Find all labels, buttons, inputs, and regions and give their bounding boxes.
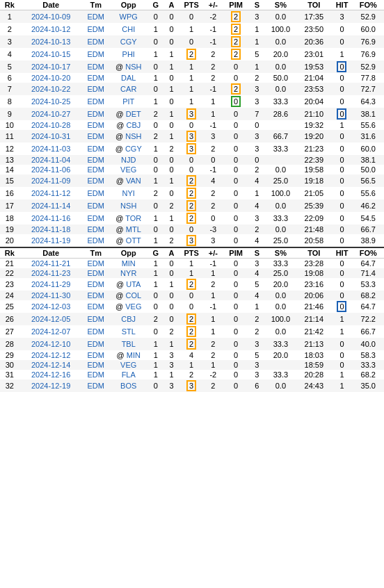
cell-tm[interactable]: EDM [83, 10, 109, 24]
cell-date[interactable]: 2024-11-21 [19, 259, 83, 269]
cell-tm[interactable]: EDM [83, 130, 109, 142]
cell-tm[interactable]: EDM [83, 83, 109, 95]
cell-date[interactable]: 2024-11-19 [19, 234, 83, 247]
cell-opp[interactable]: @ CGY [109, 142, 148, 155]
cell-tm[interactable]: EDM [83, 212, 109, 224]
cell-date[interactable]: 2024-12-05 [19, 313, 83, 325]
cell-opp[interactable]: CGY [109, 35, 148, 48]
cell-date[interactable]: 2024-12-10 [19, 338, 83, 350]
cell-tm[interactable]: EDM [83, 325, 109, 338]
cell-date[interactable]: 2024-11-12 [19, 187, 83, 199]
cell-tm[interactable]: EDM [83, 370, 109, 379]
cell-date[interactable]: 2024-10-13 [19, 35, 83, 48]
cell-opp[interactable]: @ VAN [109, 174, 148, 187]
cell-date[interactable]: 2024-11-23 [19, 268, 83, 278]
cell-date[interactable]: 2024-10-31 [19, 130, 83, 142]
cell-tm[interactable]: EDM [83, 95, 109, 108]
cell-tm[interactable]: EDM [83, 350, 109, 360]
cell-opp[interactable]: FLA [109, 370, 148, 379]
cell-opp[interactable]: @ DET [109, 108, 148, 120]
cell-opp[interactable]: @ OTT [109, 234, 148, 247]
cell-opp[interactable]: @ NSH [109, 130, 148, 142]
cell-opp[interactable]: @ TOR [109, 212, 148, 224]
cell-tm[interactable]: EDM [83, 165, 109, 174]
cell-date[interactable]: 2024-12-07 [19, 325, 83, 338]
cell-date[interactable]: 2024-12-12 [19, 350, 83, 360]
cell-tm[interactable]: EDM [83, 300, 109, 313]
cell-opp[interactable]: @ MIN [109, 350, 148, 360]
cell-date[interactable]: 2024-10-12 [19, 23, 83, 35]
cell-tm[interactable]: EDM [83, 73, 109, 83]
cell-date[interactable]: 2024-11-16 [19, 212, 83, 224]
cell-tm[interactable]: EDM [83, 224, 109, 234]
cell-opp[interactable]: TBL [109, 338, 148, 350]
cell-opp[interactable]: BOS [109, 379, 148, 392]
cell-date[interactable]: 2024-12-19 [19, 379, 83, 392]
cell-opp[interactable]: WPG [109, 10, 148, 24]
cell-opp[interactable]: NYR [109, 268, 148, 278]
cell-date[interactable]: 2024-10-22 [19, 83, 83, 95]
cell-date[interactable]: 2024-10-27 [19, 108, 83, 120]
cell-date[interactable]: 2024-10-17 [19, 60, 83, 73]
cell-date[interactable]: 2024-11-06 [19, 165, 83, 174]
cell-toi: 21:42 [296, 325, 331, 338]
cell-opp[interactable]: CAR [109, 83, 148, 95]
cell-opp[interactable]: NJD [109, 155, 148, 165]
cell-opp[interactable]: VEG [109, 165, 148, 174]
cell-opp[interactable]: CBJ [109, 313, 148, 325]
cell-date[interactable]: 2024-10-25 [19, 95, 83, 108]
cell-tm[interactable]: EDM [83, 278, 109, 291]
cell-opp[interactable]: DAL [109, 73, 148, 83]
cell-tm[interactable]: EDM [83, 60, 109, 73]
cell-opp[interactable]: PIT [109, 95, 148, 108]
cell-opp[interactable]: @ MTL [109, 224, 148, 234]
cell-tm[interactable]: EDM [83, 174, 109, 187]
cell-opp[interactable]: PHI [109, 48, 148, 60]
cell-date[interactable]: 2024-10-20 [19, 73, 83, 83]
cell-opp[interactable]: VEG [109, 360, 148, 370]
cell-date[interactable]: 2024-11-29 [19, 278, 83, 291]
cell-opp[interactable]: @ CBJ [109, 120, 148, 130]
cell-date[interactable]: 2024-11-30 [19, 291, 83, 300]
cell-tm[interactable]: EDM [83, 360, 109, 370]
cell-date[interactable]: 2024-10-28 [19, 120, 83, 130]
cell-date[interactable]: 2024-11-09 [19, 174, 83, 187]
cell-sp [265, 120, 296, 130]
cell-date[interactable]: 2024-11-14 [19, 199, 83, 212]
cell-date[interactable]: 2024-12-16 [19, 370, 83, 379]
cell-opp[interactable]: STL [109, 325, 148, 338]
cell-tm[interactable]: EDM [83, 234, 109, 247]
cell-date[interactable]: 2024-11-18 [19, 224, 83, 234]
cell-opp[interactable]: NSH [109, 199, 148, 212]
cell-date[interactable]: 2024-11-03 [19, 142, 83, 155]
cell-tm[interactable]: EDM [83, 291, 109, 300]
cell-tm[interactable]: EDM [83, 48, 109, 60]
cell-tm[interactable]: EDM [83, 155, 109, 165]
cell-tm[interactable]: EDM [83, 23, 109, 35]
cell-tm[interactable]: EDM [83, 268, 109, 278]
cell-opp[interactable]: @ VEG [109, 300, 148, 313]
cell-tm[interactable]: EDM [83, 259, 109, 269]
cell-tm[interactable]: EDM [83, 108, 109, 120]
cell-opp[interactable]: CHI [109, 23, 148, 35]
cell-tm[interactable]: EDM [83, 199, 109, 212]
cell-tm[interactable]: EDM [83, 120, 109, 130]
cell-date[interactable]: 2024-11-04 [19, 155, 83, 165]
cell-opp[interactable]: @ UTA [109, 278, 148, 291]
cell-tm[interactable]: EDM [83, 313, 109, 325]
cell-tm[interactable]: EDM [83, 142, 109, 155]
cell-date[interactable]: 2024-10-09 [19, 10, 83, 24]
cell-date[interactable]: 2024-12-03 [19, 300, 83, 313]
cell-date[interactable]: 2024-10-15 [19, 48, 83, 60]
cell-opp[interactable]: @ COL [109, 291, 148, 300]
cell-opp[interactable]: NYI [109, 187, 148, 199]
cell-tm[interactable]: EDM [83, 35, 109, 48]
cell-opp[interactable]: @ NSH [109, 60, 148, 73]
cell-toi: 20:36 [296, 35, 331, 48]
cell-tm[interactable]: EDM [83, 379, 109, 392]
cell-tm[interactable]: EDM [83, 187, 109, 199]
cell-opp[interactable]: MIN [109, 259, 148, 269]
cell-date[interactable]: 2024-12-14 [19, 360, 83, 370]
cell-pts: 1 [179, 60, 204, 73]
cell-tm[interactable]: EDM [83, 338, 109, 350]
